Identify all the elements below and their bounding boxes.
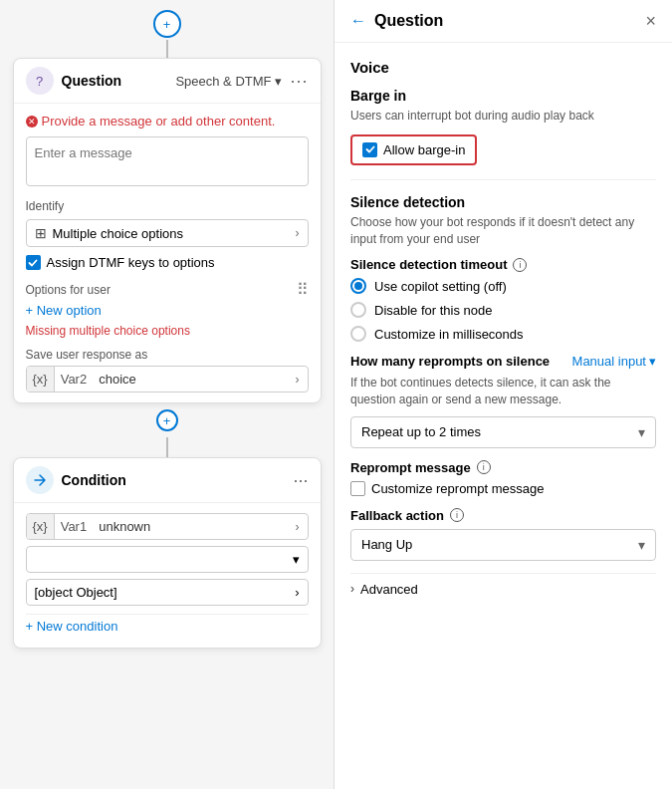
fallback-label: Hang Up — [361, 537, 412, 552]
allow-barge-in-row[interactable]: Allow barge-in — [350, 134, 477, 165]
cond-obj-chevron: › — [295, 585, 299, 600]
repeat-chevron-icon: ▾ — [638, 424, 645, 440]
message-input[interactable] — [26, 136, 309, 186]
right-body: Voice Barge in Users can interrupt bot d… — [335, 43, 672, 621]
silence-desc: Choose how your bot responds if it doesn… — [350, 214, 656, 248]
radio-customize-label: Customize in milliseconds — [374, 327, 524, 342]
new-condition-button[interactable]: + New condition — [26, 614, 309, 638]
barge-in-label: Allow barge-in — [383, 142, 465, 157]
barge-in-desc: Users can interrupt bot during audio pla… — [350, 108, 656, 125]
silence-info-icon[interactable]: i — [513, 258, 527, 272]
barge-in-heading: Barge in — [350, 88, 656, 104]
identify-label: Identify — [26, 199, 309, 213]
condition-card: Condition ··· {x} Var1 unknown › ▾ [obje… — [13, 457, 322, 649]
add-button-top[interactable]: + — [153, 10, 181, 38]
radio-disable-outer[interactable] — [350, 302, 366, 318]
cond-var-tag: {x} — [27, 514, 55, 539]
manual-input-link[interactable]: Manual input ▾ — [572, 354, 656, 369]
new-option-button[interactable]: + New option — [26, 303, 309, 318]
fallback-dropdown[interactable]: Hang Up ▾ — [350, 529, 656, 561]
fallback-header: Fallback action i — [350, 508, 656, 523]
silence-detail-desc: If the bot continues detects silence, it… — [350, 375, 656, 408]
radio-copilot[interactable]: Use copilot setting (off) — [350, 278, 656, 294]
var-tag: {x} — [27, 367, 55, 392]
save-section: Save user response as {x} Var2 choice › — [26, 348, 309, 393]
var-value: choice — [93, 367, 287, 392]
radio-disable[interactable]: Disable for this node — [350, 302, 656, 318]
right-panel: ← Question × Voice Barge in Users can in… — [334, 0, 672, 789]
silence-heading: Silence detection — [350, 194, 656, 210]
silence-radio-group: Use copilot setting (off) Disable for th… — [350, 278, 656, 342]
add-mid-icon: + — [163, 413, 171, 428]
reprompt-title: Reprompt message — [350, 460, 471, 475]
reprompt-header: Reprompt message i — [350, 460, 656, 475]
question-card: ? Question Speech & DTMF ▾ ··· ✕ Provide… — [13, 58, 322, 403]
var-name: Var2 — [55, 367, 94, 392]
advanced-row[interactable]: › Advanced — [350, 573, 656, 605]
var-row[interactable]: {x} Var2 choice › — [26, 366, 309, 393]
voice-heading: Voice — [350, 59, 656, 76]
add-button-mid[interactable]: + — [156, 409, 178, 431]
divider-1 — [350, 179, 656, 180]
left-panel: + ? Question Speech & DTMF ▾ ··· ✕ Provi… — [0, 0, 334, 789]
reprompt-info-icon[interactable]: i — [477, 460, 491, 474]
var-chevron-icon: › — [288, 368, 308, 392]
card-body: ✕ Provide a message or add other content… — [14, 104, 321, 402]
advanced-label: Advanced — [360, 582, 418, 597]
right-header: ← Question × — [335, 0, 672, 43]
cond-var-name: Var1 — [55, 514, 94, 539]
fallback-info-icon[interactable]: i — [450, 508, 464, 522]
condition-body: {x} Var1 unknown › ▾ [object Object] › +… — [14, 503, 321, 648]
barge-in-checkbox[interactable] — [362, 142, 377, 157]
condition-menu-button[interactable]: ··· — [293, 470, 308, 491]
cond-chevron-icon: › — [288, 515, 308, 539]
chevron-down-icon: ▾ — [275, 74, 282, 89]
missing-options-msg: Missing multiple choice options — [26, 324, 309, 338]
error-message: ✕ Provide a message or add other content… — [26, 114, 309, 129]
add-icon: + — [163, 17, 171, 32]
condition-object-row[interactable]: [object Object] › — [26, 579, 309, 606]
radio-customize[interactable]: Customize in milliseconds — [350, 326, 656, 342]
how-many-label: How many reprompts on silence — [350, 354, 550, 369]
condition-icon — [26, 466, 54, 494]
dtmf-checkbox[interactable] — [26, 255, 41, 270]
radio-disable-label: Disable for this node — [374, 303, 493, 318]
choice-label: Multiple choice options — [53, 226, 290, 241]
reprompt-section: Reprompt message i Customize reprompt me… — [350, 460, 656, 496]
condition-title: Condition — [62, 472, 286, 488]
grid-icon: ⊞ — [35, 225, 47, 241]
multiple-choice-row[interactable]: ⊞ Multiple choice options › — [26, 219, 309, 247]
repeat-dropdown[interactable]: Repeat up to 2 times ▾ — [350, 416, 656, 448]
repeat-label: Repeat up to 2 times — [361, 424, 481, 439]
assign-dtmf-row[interactable]: Assign DTMF keys to options — [26, 255, 309, 270]
cond-var-value: unknown — [93, 514, 287, 539]
card-menu-button[interactable]: ··· — [290, 71, 308, 92]
reprompt-checkbox-row[interactable]: Customize reprompt message — [350, 481, 656, 496]
condition-var-row[interactable]: {x} Var1 unknown › — [26, 513, 309, 540]
connector-line-1 — [166, 40, 168, 58]
dtmf-label: Assign DTMF keys to options — [47, 255, 215, 270]
radio-copilot-label: Use copilot setting (off) — [374, 279, 507, 294]
close-button[interactable]: × — [645, 12, 656, 30]
fallback-section: Fallback action i Hang Up ▾ — [350, 508, 656, 561]
radio-customize-outer[interactable] — [350, 326, 366, 342]
save-label: Save user response as — [26, 348, 309, 362]
silence-timeout-label: Silence detection timeout — [350, 257, 507, 272]
fallback-title: Fallback action — [350, 508, 444, 523]
advanced-chevron-icon: › — [350, 582, 354, 596]
radio-copilot-outer[interactable] — [350, 278, 366, 294]
condition-select-row[interactable]: ▾ — [26, 546, 309, 573]
fallback-chevron-icon: ▾ — [638, 537, 645, 553]
reprompt-checkbox[interactable] — [350, 481, 365, 496]
connector-line-2 — [166, 437, 168, 457]
options-label: Options for user — [26, 283, 111, 297]
reprompt-checkbox-label: Customize reprompt message — [371, 481, 544, 496]
speech-dtmf-badge[interactable]: Speech & DTMF ▾ — [175, 74, 282, 89]
manual-chevron-icon: ▾ — [649, 354, 656, 369]
cond-obj-label: [object Object] — [35, 585, 117, 600]
how-many-row: How many reprompts on silence Manual inp… — [350, 354, 656, 369]
radio-copilot-inner — [354, 282, 362, 290]
chevron-right-icon: › — [296, 226, 300, 240]
back-arrow-icon[interactable]: ← — [350, 12, 366, 30]
card-header: ? Question Speech & DTMF ▾ ··· — [14, 59, 321, 104]
